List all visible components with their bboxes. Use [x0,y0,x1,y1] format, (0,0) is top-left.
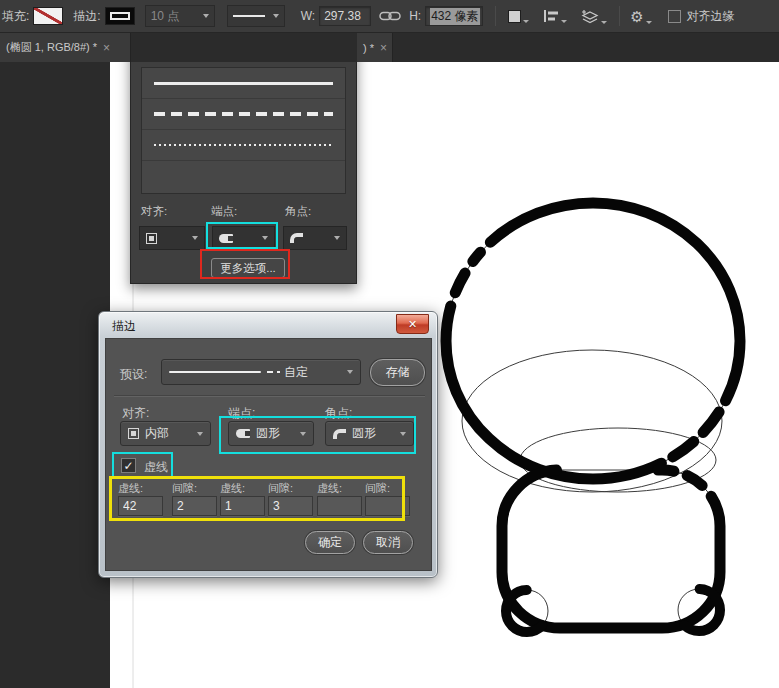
chevron-down-icon [334,236,340,240]
body-path-outline [502,470,720,628]
dialog-title: 描边 [112,318,136,335]
caps-dropdown[interactable]: 圆形 [228,421,314,446]
path-operations-button[interactable] [508,10,529,23]
gap-input-2[interactable] [268,496,313,516]
preset-solid-line[interactable] [142,68,345,99]
stroke-width-dropdown[interactable]: 10 点 [145,5,215,27]
preset-line-icon [169,371,261,373]
document-tab[interactable]: (椭圆 1, RGB/8#) * × [0,33,131,62]
preset-dashed-line[interactable] [142,99,345,130]
link-dimensions-icon[interactable] [379,10,401,22]
close-tab-icon[interactable]: × [103,41,110,55]
toolbar-separator [619,6,620,26]
corners-dropdown[interactable]: 圆形 [325,421,414,446]
chevron-down-icon [192,236,198,240]
cancel-button[interactable]: 取消 [363,531,413,554]
preset-dash-icon [267,371,273,373]
stroke-preset-list [141,67,346,194]
toolbar-separator [495,6,496,26]
path-arrangement-button[interactable] [581,9,607,24]
face-ellipse-outline [462,350,722,492]
body-dashed-stroke [502,470,720,628]
dash-input-2[interactable] [220,496,265,516]
chevron-down-icon [273,14,279,18]
separator [114,395,425,396]
document-tab-label: ) * [363,42,374,54]
gap-input-3[interactable] [365,496,410,516]
align-value: 内部 [145,425,169,442]
corners-value: 圆形 [352,425,376,442]
dotted-line-icon [154,144,333,146]
corners-dropdown[interactable] [283,226,347,250]
shape-height-field[interactable]: 432 像素 [425,6,483,26]
shape-height-value: 432 像素 [430,8,479,25]
caps-dropdown[interactable] [212,226,275,250]
preset-label: 预设: [120,366,147,383]
corners-label: 角点: [325,405,352,422]
shape-width-field[interactable]: 297.38 [319,6,371,26]
dialog-close-button[interactable]: ✕ [396,314,429,334]
document-tab-partial[interactable]: ) * × [357,33,393,62]
preset-empty-row [142,161,345,193]
chevron-down-icon [262,236,268,240]
dialog-body: 预设: 自定 存储 对齐: 端点: 角点: 内部 圆形 [105,338,432,571]
dash-label: 虚线: [317,481,342,496]
preset-dot-icon [277,371,280,373]
stroke-swatch[interactable] [105,7,135,25]
round-corner-icon [333,429,346,439]
align-label: 对齐: [122,405,149,422]
align-inside-icon [128,428,139,439]
align-dropdown[interactable] [139,226,205,250]
stroke-label: 描边: [73,8,100,25]
dash-input-1[interactable] [118,496,163,516]
corners-label: 角点: [285,204,311,219]
dash-label: 虚线: [220,481,245,496]
round-cap-icon [219,234,233,243]
fill-swatch[interactable] [33,7,63,25]
caps-label: 端点: [228,405,255,422]
path-alignment-button[interactable] [543,9,567,23]
gap-label: 间隙: [172,481,197,496]
caps-label: 端点: [211,204,237,219]
head-dashed-stroke [446,203,740,479]
save-preset-button[interactable]: 存储 [370,359,425,386]
dashed-line-checkbox[interactable]: ✓ [121,458,136,473]
gear-icon: ⚙ [630,9,643,24]
chevron-down-icon [300,432,306,436]
chevron-down-icon [523,20,529,23]
caps-value: 圆形 [256,425,280,442]
chevron-down-icon [601,21,607,24]
preset-value: 自定 [284,364,308,381]
round-cap-icon [236,429,250,438]
chevron-down-icon [646,21,652,24]
document-tab-label: (椭圆 1, RGB/8#) * [6,40,97,55]
stroke-color-icon [110,12,130,20]
preset-dotted-line[interactable] [142,130,345,161]
arrange-layers-icon [581,9,599,24]
dash-input-3[interactable] [317,496,362,516]
stroke-dialog: 描边 ✕ 预设: 自定 存储 对齐: 端点: 角点: 内部 [98,311,438,578]
extra-options-button[interactable]: ⚙ [630,9,651,24]
preset-dropdown[interactable]: 自定 [161,359,361,385]
align-icon [543,9,559,23]
stroke-options-panel: 描边选项 ⚙ 对齐: 端点: 角点: 更多选项... [130,35,357,284]
align-inside-icon [146,233,157,244]
align-edges-checkbox[interactable] [668,10,681,23]
gap-label: 间隙: [268,481,293,496]
path-operations-icon [508,10,521,23]
more-options-button[interactable]: 更多选项... [211,258,285,278]
chevron-down-icon [400,432,406,436]
shape-options-toolbar: 填充: 描边: 10 点 W: 297.38 H: 432 像素 [0,0,779,33]
gap-input-1[interactable] [172,496,217,516]
stroke-type-dropdown[interactable] [227,5,285,27]
fill-label: 填充: [2,8,29,25]
align-dropdown[interactable]: 内部 [120,421,211,446]
stroke-width-value: 10 点 [151,8,180,25]
chevron-down-icon [197,432,203,436]
ok-button[interactable]: 确定 [305,531,355,554]
close-tab-icon[interactable]: × [380,41,387,55]
document-tabbar: (椭圆 1, RGB/8#) * × ) * × [0,33,779,62]
dash-label: 虚线: [118,481,143,496]
width-label: W: [301,9,315,23]
align-edges-label: 对齐边缘 [687,8,735,25]
